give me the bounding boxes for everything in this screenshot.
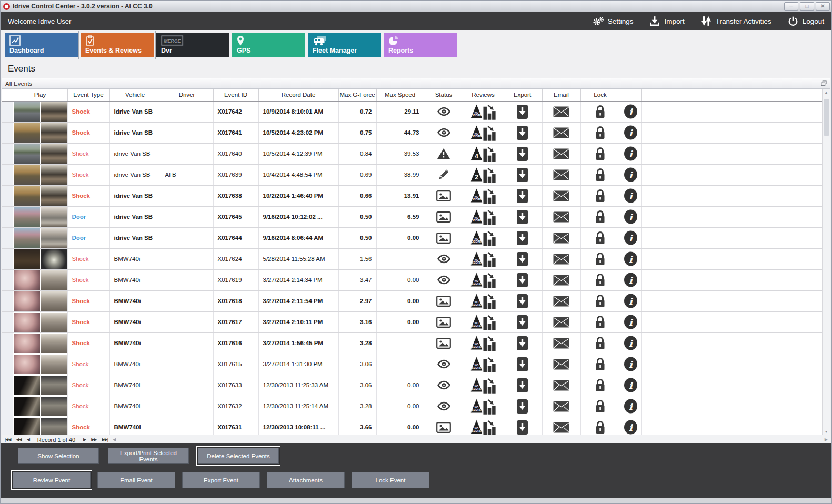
lock-button[interactable] — [580, 101, 620, 122]
review-score-button[interactable]: NOSCORE — [464, 332, 503, 354]
export-button[interactable] — [503, 185, 542, 206]
transfer-activities-button[interactable]: Transfer Activities — [700, 16, 771, 26]
row-selector[interactable] — [2, 101, 13, 122]
export-event-button[interactable]: Export Event — [182, 472, 260, 488]
email-button[interactable] — [542, 101, 580, 122]
lock-button[interactable] — [580, 206, 620, 227]
info-button[interactable]: i — [620, 248, 641, 269]
scrollbar-thumb[interactable] — [824, 99, 829, 136]
export-button[interactable] — [503, 290, 542, 311]
play-thumbnail[interactable] — [13, 354, 67, 375]
status-cell[interactable] — [424, 375, 464, 396]
column-header-record-date[interactable]: Record Date — [258, 89, 338, 101]
review-score-button[interactable]: NOSCORE — [464, 375, 503, 396]
export-button[interactable] — [503, 248, 542, 269]
info-button[interactable]: i — [620, 375, 641, 396]
export-button[interactable] — [503, 143, 542, 164]
show-selection-button[interactable]: Show Selection — [18, 448, 99, 464]
tab-dvr[interactable]: MERGEDvr — [156, 33, 229, 57]
status-cell[interactable] — [424, 206, 464, 227]
email-button[interactable] — [542, 248, 580, 269]
column-header-max-speed[interactable]: Max Speed — [376, 89, 424, 101]
email-button[interactable] — [542, 375, 580, 396]
lock-button[interactable] — [580, 332, 620, 354]
row-selector[interactable] — [2, 396, 13, 417]
info-button[interactable]: i — [620, 227, 641, 248]
export-button[interactable] — [503, 354, 542, 375]
email-button[interactable] — [542, 227, 580, 248]
export-print-selected-events-button[interactable]: Export/Print Selected Events — [108, 448, 189, 464]
status-cell[interactable] — [424, 332, 464, 354]
export-button[interactable] — [503, 227, 542, 248]
play-thumbnail[interactable] — [13, 206, 67, 227]
review-score-button[interactable]: 2 — [464, 164, 503, 185]
column-header-max-g-force[interactable]: Max G-Force — [338, 89, 376, 101]
lock-event-button[interactable]: Lock Event — [352, 472, 429, 488]
play-thumbnail[interactable] — [13, 143, 67, 164]
play-thumbnail[interactable] — [13, 417, 67, 435]
review-score-button[interactable]: NOSCORE — [464, 248, 503, 269]
info-button[interactable]: i — [620, 354, 641, 375]
email-button[interactable] — [542, 269, 580, 290]
email-button[interactable] — [542, 290, 580, 311]
close-button[interactable]: ✕ — [816, 2, 830, 11]
row-selector[interactable] — [2, 164, 13, 185]
email-button[interactable] — [542, 396, 580, 417]
review-score-button[interactable]: NOSCORE — [464, 206, 503, 227]
export-button[interactable] — [503, 396, 542, 417]
export-button[interactable] — [503, 375, 542, 396]
row-selector[interactable] — [2, 417, 13, 435]
status-cell[interactable] — [424, 122, 464, 143]
lock-button[interactable] — [580, 354, 620, 375]
info-button[interactable]: i — [620, 185, 641, 206]
export-button[interactable] — [503, 269, 542, 290]
play-thumbnail[interactable] — [13, 269, 67, 290]
info-button[interactable]: i — [620, 143, 641, 164]
lock-button[interactable] — [580, 143, 620, 164]
column-header-email[interactable]: Email — [542, 89, 580, 101]
settings-button[interactable]: Settings — [593, 16, 634, 26]
status-cell[interactable] — [424, 311, 464, 332]
lock-button[interactable] — [580, 227, 620, 248]
status-cell[interactable] — [424, 227, 464, 248]
info-button[interactable]: i — [620, 332, 641, 354]
email-button[interactable] — [542, 417, 580, 435]
email-event-button[interactable]: Email Event — [97, 472, 175, 488]
export-button[interactable] — [503, 122, 542, 143]
info-button[interactable]: i — [620, 206, 641, 227]
logout-button[interactable]: Logout — [787, 16, 824, 26]
email-button[interactable] — [542, 122, 580, 143]
lock-button[interactable] — [580, 417, 620, 435]
scroll-left-icon[interactable]: ◀ — [113, 437, 116, 442]
email-button[interactable] — [542, 206, 580, 227]
pager-prev-button[interactable]: ◀ — [24, 437, 32, 442]
export-button[interactable] — [503, 164, 542, 185]
row-selector[interactable] — [2, 354, 13, 375]
review-score-button[interactable]: NOSCORE — [464, 417, 503, 435]
tab-dashboard[interactable]: Dashboard — [5, 33, 78, 57]
tab-fleet-manager[interactable]: Fleet Manager — [308, 33, 381, 57]
row-selector[interactable] — [2, 248, 13, 269]
pager-next-button[interactable]: ▶ — [81, 437, 88, 442]
minimize-button[interactable]: ─ — [784, 2, 798, 11]
review-score-button[interactable]: NOSCORE — [464, 311, 503, 332]
review-score-button[interactable]: NOSCORE — [464, 396, 503, 417]
status-cell[interactable] — [424, 417, 464, 435]
email-button[interactable] — [542, 354, 580, 375]
export-button[interactable] — [503, 101, 542, 122]
row-selector[interactable] — [2, 311, 13, 332]
lock-button[interactable] — [580, 248, 620, 269]
row-selector[interactable] — [2, 227, 13, 248]
review-score-button[interactable]: NOSCORE — [464, 227, 503, 248]
review-score-button[interactable]: NOSCORE — [464, 101, 503, 122]
review-score-button[interactable]: NOSCORE — [464, 269, 503, 290]
status-cell[interactable] — [424, 396, 464, 417]
maximize-button[interactable]: □ — [800, 2, 814, 11]
row-selector[interactable] — [2, 206, 13, 227]
column-header-play[interactable]: Play — [13, 89, 67, 101]
scroll-right-icon[interactable]: ▶ — [825, 437, 828, 442]
status-cell[interactable] — [424, 143, 464, 164]
play-thumbnail[interactable] — [13, 290, 67, 311]
review-event-button[interactable]: Review Event — [13, 472, 91, 488]
scroll-down-icon[interactable]: ▼ — [825, 430, 828, 434]
